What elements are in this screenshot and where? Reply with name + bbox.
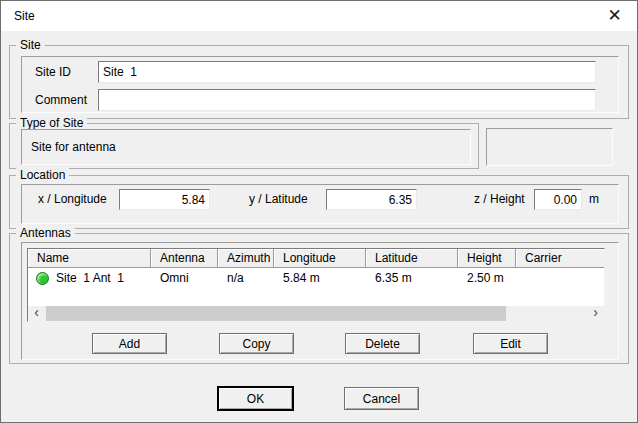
site-id-label: Site ID — [35, 61, 71, 83]
scrollbar-thumb[interactable] — [46, 306, 506, 321]
antenna-type-cell: Omni — [151, 268, 218, 288]
close-icon: ✕ — [607, 5, 621, 25]
column-header-height[interactable]: Height — [458, 249, 516, 268]
add-button[interactable]: Add — [92, 333, 167, 354]
column-header-longitude[interactable]: Longitude — [274, 249, 366, 268]
scroll-left-button[interactable]: ‹ — [28, 306, 45, 321]
z-height-input[interactable] — [534, 189, 582, 210]
height-unit-label: m — [589, 189, 599, 210]
window-title: Site — [14, 1, 35, 31]
z-height-label: z / Height — [474, 189, 525, 210]
antenna-name-cell: Site 1 Ant 1 — [28, 268, 151, 288]
x-longitude-label: x / Longitude — [38, 189, 107, 210]
edit-button[interactable]: Edit — [473, 333, 548, 354]
antenna-azimuth-cell: n/a — [218, 268, 274, 288]
antenna-longitude-cell: 5.84 m — [274, 268, 366, 288]
column-header-azimuth[interactable]: Azimuth — [218, 249, 274, 268]
antennas-table: Name Antenna Azimuth Longitude Latitude … — [27, 248, 605, 322]
antenna-height-cell: 2.50 m — [458, 268, 516, 288]
delete-button[interactable]: Delete — [345, 333, 420, 354]
antenna-carrier-cell — [516, 268, 604, 288]
column-header-latitude[interactable]: Latitude — [366, 249, 458, 268]
location-group: Location x / Longitude y / Latitude z / … — [9, 175, 629, 229]
location-group-label: Location — [16, 168, 69, 182]
close-button[interactable]: ✕ — [592, 1, 637, 30]
antennas-group: Antennas Name Antenna Azimuth Longitude … — [9, 233, 629, 364]
antennas-group-label: Antennas — [16, 226, 75, 240]
scroll-right-icon: › — [593, 304, 598, 320]
site-id-input[interactable] — [98, 61, 596, 83]
site-group-label: Site — [16, 38, 45, 52]
copy-button[interactable]: Copy — [219, 333, 294, 354]
antennas-table-header: Name Antenna Azimuth Longitude Latitude … — [28, 249, 604, 268]
x-longitude-input[interactable] — [119, 189, 210, 210]
site-group: Site Site ID Comment — [9, 45, 629, 119]
comment-input[interactable] — [98, 89, 596, 111]
y-latitude-label: y / Latitude — [249, 189, 308, 210]
title-bar[interactable]: Site ✕ — [1, 1, 637, 31]
type-of-site-group-label: Type of Site — [16, 116, 87, 130]
site-dialog: Site ✕ Site Site ID Comment Type of Site… — [0, 0, 638, 423]
cancel-button[interactable]: Cancel — [344, 387, 419, 410]
y-latitude-input[interactable] — [326, 189, 417, 210]
antenna-row[interactable]: Site 1 Ant 1 Omni n/a 5.84 m 6.35 m 2.50… — [28, 268, 604, 288]
horizontal-scrollbar[interactable]: ‹ › — [28, 306, 604, 321]
type-of-site-group: Type of Site Site for antenna — [9, 123, 479, 169]
location-panel — [21, 184, 619, 224]
type-extra-box — [486, 128, 613, 166]
scroll-right-button[interactable]: › — [587, 306, 604, 321]
column-header-carrier[interactable]: Carrier — [516, 249, 604, 268]
antenna-latitude-cell: 6.35 m — [366, 268, 458, 288]
scroll-left-icon: ‹ — [34, 304, 39, 320]
ok-button[interactable]: OK — [218, 387, 293, 410]
column-header-name[interactable]: Name — [28, 249, 151, 268]
type-of-site-value: Site for antenna — [31, 129, 116, 165]
column-header-antenna[interactable]: Antenna — [151, 249, 218, 268]
antenna-name: Site 1 Ant 1 — [56, 268, 124, 288]
comment-label: Comment — [35, 89, 87, 111]
antenna-status-dot — [36, 272, 49, 285]
